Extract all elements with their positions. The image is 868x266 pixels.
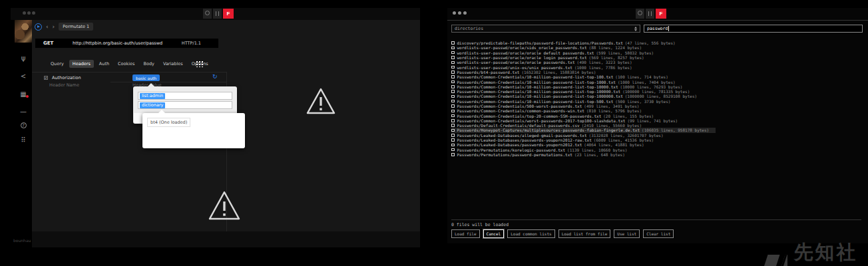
proxy-extension-button[interactable]: F (656, 9, 666, 19)
refresh-icon[interactable]: ↻ (212, 73, 218, 80)
nav-back-icon[interactable]: ‹ (46, 23, 49, 31)
tab-overflow-grid-icon[interactable] (195, 60, 203, 67)
nav-forward-icon[interactable]: › (53, 23, 55, 31)
file-row[interactable]: Passwords/Common-Credentials/top-20-comm… (451, 113, 660, 118)
file-row[interactable]: Passwords/Leaked-Databases/alleged-gmail… (451, 133, 670, 138)
traffic-light-minimize[interactable] (27, 11, 31, 15)
request-tab[interactable]: Query (47, 60, 67, 68)
file-row[interactable]: Passwords/bt4-password.txt (1652302 line… (451, 70, 602, 74)
antenna-icon[interactable]: ψ (15, 55, 32, 62)
header-enabled-checkbox[interactable]: ✓ (44, 76, 48, 80)
checkbox-icon[interactable] (451, 75, 455, 78)
checkbox-icon[interactable] (451, 85, 455, 88)
traffic-light-close[interactable] (453, 11, 456, 15)
file-row[interactable]: Passwords/Leaked-Databases/passwords-you… (451, 142, 651, 147)
file-row[interactable]: Passwords/Default-Credentials/default-pa… (451, 123, 648, 128)
send-request-play-button[interactable] (35, 23, 42, 31)
header-name-placeholder[interactable]: Header Name (49, 82, 79, 88)
file-row[interactable]: wordlists-user-passwd/oracle/oracle_pass… (451, 60, 639, 65)
file-row[interactable]: Passwords/Common-Credentials/worst-passw… (451, 118, 684, 123)
checkbox-icon[interactable] (451, 61, 455, 65)
file-row[interactable]: Passwords/Common-Credentials/10-million-… (451, 79, 682, 84)
help-icon[interactable]: ? (15, 121, 32, 128)
request-tab[interactable]: Variables (160, 60, 186, 68)
checkbox-icon[interactable] (451, 104, 455, 108)
checkbox-icon[interactable] (451, 66, 455, 69)
checkbox-icon[interactable] (451, 110, 455, 113)
collapse-icon[interactable]: — (15, 108, 32, 115)
checkbox-icon[interactable] (451, 144, 455, 147)
file-row[interactable]: Passwords/Common-Credentials/10-million-… (451, 89, 696, 94)
checkbox-icon[interactable] (451, 119, 455, 122)
file-row[interactable]: wordlists-user-passwd/oracle/oracle_defa… (451, 51, 660, 55)
checkbox-icon[interactable] (451, 80, 455, 84)
request-url[interactable]: http://httpbin.org/basic-auth/user/passw… (73, 41, 162, 46)
checkbox-icon[interactable] (451, 134, 455, 137)
gear-icon-button[interactable] (203, 9, 212, 19)
dialog-button[interactable]: Use list (614, 229, 640, 238)
checkbox-icon[interactable] (451, 129, 455, 132)
checkbox-icon[interactable] (451, 100, 455, 103)
share-icon[interactable]: < (15, 72, 32, 80)
http-method[interactable]: GET (43, 41, 53, 46)
dialog-button[interactable]: Load file (451, 229, 480, 238)
header-name[interactable]: Authorization (52, 75, 81, 80)
file-row[interactable]: wordlists-user-passwd/oracle/oracle_logi… (451, 55, 651, 60)
file-row[interactable]: Passwords/Honeypot-Captures/multiplesour… (451, 128, 716, 132)
file-row[interactable]: discovery/predictable-filepaths/password… (451, 41, 682, 45)
desktop: F ψ < ▦ — ? ⠿ bounhau ‹ › Permutate 1 GE… (0, 0, 868, 266)
file-row[interactable]: Passwords/Common-Credentials/10-million-… (451, 94, 704, 98)
traffic-light-minimize[interactable] (458, 11, 461, 15)
file-row[interactable]: wordlists-user-passwd/unix-os/unix_passw… (451, 65, 639, 69)
file-row[interactable]: Passwords/Common-Credentials/10-million-… (451, 84, 689, 89)
file-row[interactable]: Passwords/Common-Credentials/10-million-… (451, 99, 677, 104)
checkbox-icon[interactable] (451, 47, 455, 50)
gear-icon-button[interactable] (636, 9, 644, 19)
file-row[interactable]: Passwords/Leaked-Databases/passwords-you… (451, 138, 660, 142)
request-tab[interactable]: Headers (69, 60, 94, 68)
username-field[interactable]: list:admin (138, 92, 232, 100)
checkbox-icon[interactable] (451, 153, 455, 156)
dialog-button[interactable]: Cancel (483, 229, 505, 238)
file-row[interactable]: Passwords/Common-Credentials/common-pass… (451, 108, 648, 113)
checkbox-icon[interactable] (451, 56, 455, 59)
checkbox-icon[interactable] (451, 148, 455, 152)
dialog-button[interactable]: Load list from file (558, 229, 611, 238)
checkbox-icon[interactable] (451, 95, 455, 98)
pause-icon-button[interactable] (213, 9, 222, 19)
dialog-button[interactable]: Load common lists (507, 229, 554, 238)
search-input[interactable]: password (644, 25, 863, 33)
checkbox-icon[interactable] (451, 114, 455, 118)
dialog-button[interactable]: Clear list (643, 229, 674, 238)
request-tab[interactable]: Body (140, 60, 158, 68)
dots-grid-icon[interactable]: ⠿ (15, 136, 32, 144)
pause-icon-button[interactable] (646, 9, 654, 19)
url-bar[interactable]: GET http://httpbin.org/basic-auth/user/p… (35, 39, 218, 48)
password-field[interactable]: dictionary (138, 101, 232, 109)
file-row[interactable]: Passwords/Permutations/password-permutat… (451, 152, 632, 157)
traffic-light-close[interactable] (23, 11, 26, 15)
avatar[interactable] (15, 20, 32, 43)
header-value-chip[interactable]: basic auth (132, 74, 160, 81)
file-row[interactable]: Passwords/Common-Credentials/500-worst-p… (451, 104, 646, 108)
file-row[interactable]: Passwords/Common-Credentials/10-million-… (451, 74, 675, 79)
proxy-extension-button[interactable]: F (223, 9, 234, 19)
file-path: Passwords/Leaked-Databases/passwords-you… (457, 142, 582, 147)
directory-filter-select[interactable]: directories (451, 25, 640, 33)
request-tab-chip[interactable]: Permutate 1 (59, 23, 93, 31)
checkbox-icon[interactable] (451, 41, 455, 45)
file-row[interactable]: wordlists-user-passwd/oracle/sids_oracle… (451, 45, 648, 50)
request-tab[interactable]: Cookies (114, 60, 138, 68)
request-tab[interactable]: Auth (96, 60, 112, 68)
checkbox-icon[interactable] (451, 138, 455, 142)
checkbox-icon[interactable] (451, 51, 455, 55)
checkbox-icon[interactable] (451, 70, 455, 74)
checkbox-icon[interactable] (451, 90, 455, 93)
suggestion-item[interactable]: bt4 (One loaded) (147, 118, 190, 127)
traffic-light-zoom[interactable] (32, 11, 35, 15)
file-info: (3132028 lines, 32601707 bytes) (589, 133, 664, 138)
file-row[interactable]: Passwords/Permutations/korelogic-passwor… (451, 148, 634, 152)
apps-grid-icon[interactable]: ▦ (15, 90, 32, 98)
traffic-light-zoom[interactable] (463, 11, 467, 15)
checkbox-icon[interactable] (451, 124, 455, 127)
